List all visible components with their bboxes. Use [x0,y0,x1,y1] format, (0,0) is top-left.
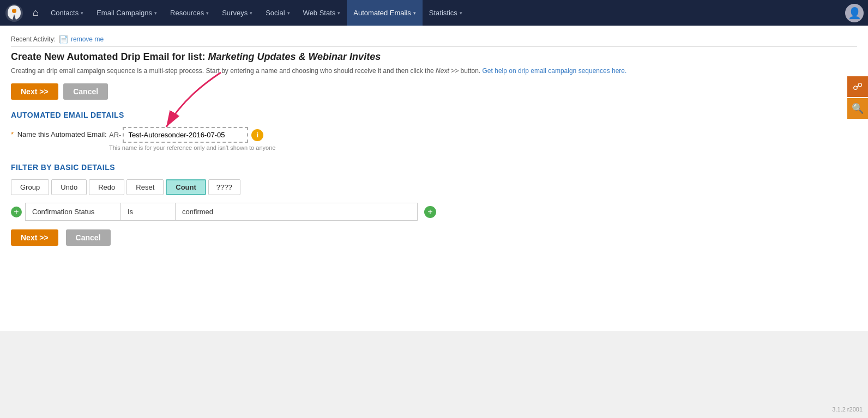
filter-operator[interactable]: Is [121,203,176,220]
top-cancel-button[interactable]: Cancel [63,83,108,100]
remove-me-link[interactable]: remove me [71,35,104,43]
main-content: Recent Activity: 📄 remove me Create New … [0,26,868,331]
top-next-button[interactable]: Next >> [11,83,58,100]
search-side-button[interactable]: 🔍 [847,98,868,119]
nav-contacts[interactable]: Contacts ▾ [44,0,90,26]
recent-activity-icon: 📄 [59,35,68,43]
side-panel: ☍ 🔍 [847,76,868,119]
user-avatar[interactable]: 👤 [845,4,864,22]
filter-section: FILTER BY BASIC DETAILS Group Undo Redo … [11,163,857,246]
email-campaigns-caret: ▾ [154,10,157,16]
automated-emails-caret: ▾ [413,10,416,16]
group-button[interactable]: Group [11,179,49,195]
filter-row: + Confirmation Status Is confirmed + [11,203,857,221]
bottom-buttons: Next >> Cancel [11,229,857,246]
navbar: ⌂ Contacts ▾ Email Campaigns ▾ Resources… [0,0,868,26]
name-input-group: AR- i [109,127,275,143]
help-link[interactable]: Get help on drip email campaign sequence… [483,67,627,75]
version-text: 3.1.2 r2001 [832,406,863,413]
name-input-wrap: AR- i Thi [109,127,275,151]
filter-add-icon[interactable]: + [11,207,22,217]
page-description: Creating an drip email campaign sequence… [11,66,857,76]
filter-section-title: FILTER BY BASIC DETAILS [11,163,857,172]
web-stats-caret: ▾ [337,10,340,16]
nav-social[interactable]: Social ▾ [259,0,296,26]
help-button[interactable]: ???? [208,179,240,195]
app-logo[interactable] [4,3,24,23]
social-caret: ▾ [287,10,290,16]
redo-button[interactable]: Redo [89,179,124,195]
contacts-caret: ▾ [81,10,83,16]
recent-activity-label: Recent Activity: [11,35,56,43]
svg-point-1 [12,9,16,13]
undo-button[interactable]: Undo [51,179,87,195]
name-email-input[interactable] [123,127,248,143]
nav-surveys[interactable]: Surveys ▾ [215,0,259,26]
bottom-next-button[interactable]: Next >> [11,229,58,246]
nav-email-campaigns[interactable]: Email Campaigns ▾ [90,0,164,26]
filter-plus-icon[interactable]: + [424,206,436,218]
statistics-caret: ▾ [460,10,462,16]
surveys-caret: ▾ [250,10,252,16]
filter-buttons: Group Undo Redo Reset Count ???? [11,179,857,195]
resources-caret: ▾ [206,10,209,16]
reset-button[interactable]: Reset [126,179,164,195]
nav-resources[interactable]: Resources ▾ [164,0,215,26]
navbar-right: 👤 [845,4,864,22]
count-button[interactable]: Count [166,179,206,195]
filter-container: Confirmation Status Is confirmed [25,203,418,221]
name-form-row: * Name this Automated Email: AR- [11,127,857,151]
home-icon[interactable]: ⌂ [29,7,42,19]
recent-activity-bar: Recent Activity: 📄 remove me [11,31,857,47]
filter-field[interactable]: Confirmation Status [26,203,121,220]
name-prefix: AR- [109,131,121,139]
name-input-hint: This name is for your reference only and… [109,144,275,151]
nav-web-stats[interactable]: Web Stats ▾ [297,0,347,26]
info-icon[interactable]: i [251,129,263,141]
chat-icon: ☍ [853,81,863,93]
nav-statistics[interactable]: Statistics ▾ [423,0,469,26]
filter-value[interactable]: confirmed [176,203,417,220]
nav-automated-emails[interactable]: Automated Emails ▾ [347,0,423,26]
page-title: Create New Automated Drip Email for list… [11,51,857,63]
chat-side-button[interactable]: ☍ [847,76,868,97]
bottom-cancel-button[interactable]: Cancel [66,229,111,246]
search-side-icon: 🔍 [852,102,864,114]
automated-email-details-title: AUTOMATED EMAIL DETAILS [11,111,857,119]
top-buttons: Next >> Cancel [11,83,857,100]
name-label: * Name this Automated Email: [11,127,109,138]
